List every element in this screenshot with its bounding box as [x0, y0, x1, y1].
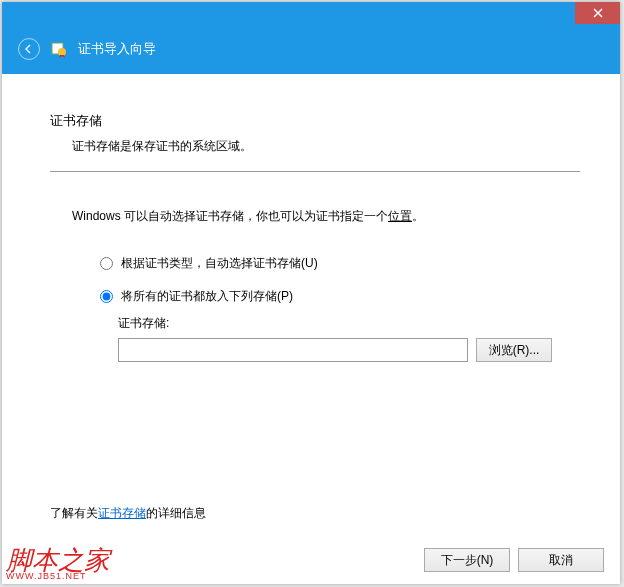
radio-manual-input[interactable] — [100, 290, 113, 303]
store-label: 证书存储: — [118, 315, 580, 332]
store-section: 证书存储: 浏览(R)... — [50, 315, 580, 362]
close-icon — [593, 8, 603, 18]
section-title: 证书存储 — [50, 112, 580, 130]
cancel-button[interactable]: 取消 — [518, 548, 604, 572]
radio-auto-input[interactable] — [100, 257, 113, 270]
learn-more-prefix: 了解有关 — [50, 506, 98, 520]
radio-auto[interactable]: 根据证书类型，自动选择证书存储(U) — [100, 255, 580, 272]
header: 证书导入向导 — [2, 32, 620, 74]
back-button[interactable] — [18, 38, 40, 60]
intro-prefix: Windows 可以自动选择证书存储，你也可以为证书指定一个 — [72, 209, 388, 223]
next-button[interactable]: 下一步(N) — [424, 548, 510, 572]
radio-manual[interactable]: 将所有的证书都放入下列存储(P) — [100, 288, 580, 305]
section-desc: 证书存储是保存证书的系统区域。 — [50, 138, 580, 155]
learn-more-link[interactable]: 证书存储 — [98, 506, 146, 520]
titlebar — [2, 2, 620, 32]
close-button[interactable] — [575, 2, 620, 24]
wizard-title: 证书导入向导 — [78, 40, 156, 58]
store-row: 浏览(R)... — [118, 338, 580, 362]
radio-auto-label: 根据证书类型，自动选择证书存储(U) — [121, 255, 318, 272]
browse-button[interactable]: 浏览(R)... — [476, 338, 552, 362]
back-arrow-icon — [23, 43, 35, 55]
footer: 下一步(N) 取消 — [424, 548, 604, 572]
svg-point-3 — [58, 48, 66, 56]
content-area: 证书存储 证书存储是保存证书的系统区域。 Windows 可以自动选择证书存储，… — [2, 74, 620, 536]
intro-link: 位置 — [388, 209, 412, 223]
store-input[interactable] — [118, 338, 468, 362]
certificate-wizard-icon — [50, 40, 68, 58]
learn-more: 了解有关证书存储的详细信息 — [50, 505, 206, 522]
radio-group: 根据证书类型，自动选择证书存储(U) 将所有的证书都放入下列存储(P) — [50, 255, 580, 305]
divider — [50, 171, 580, 172]
learn-more-suffix: 的详细信息 — [146, 506, 206, 520]
wizard-window: 证书导入向导 证书存储 证书存储是保存证书的系统区域。 Windows 可以自动… — [2, 2, 620, 584]
intro-suffix: 。 — [412, 209, 424, 223]
intro-text: Windows 可以自动选择证书存储，你也可以为证书指定一个位置。 — [50, 208, 580, 225]
radio-manual-label: 将所有的证书都放入下列存储(P) — [121, 288, 293, 305]
